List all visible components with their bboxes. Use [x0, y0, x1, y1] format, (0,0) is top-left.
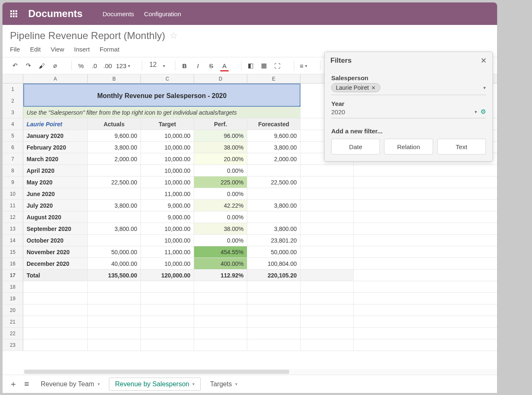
menu-file[interactable]: File [10, 46, 20, 53]
menu-edit[interactable]: Edit [30, 46, 41, 53]
row-header[interactable]: 21 [2, 316, 23, 327]
cell-F[interactable] [300, 246, 354, 258]
filter-year-input[interactable]: 2020 ▾ ⚙ [331, 107, 486, 118]
cell[interactable] [300, 281, 354, 292]
decrease-decimal[interactable]: .0 [89, 60, 99, 71]
font-size-input[interactable]: 12 [145, 61, 161, 71]
chevron-down-icon[interactable]: ▾ [98, 382, 100, 386]
row-header[interactable]: 14 [2, 235, 23, 246]
column-header-E[interactable]: E [247, 74, 300, 83]
row-header[interactable]: 3 [2, 107, 23, 118]
row-header[interactable]: 5 [2, 130, 23, 141]
actuals-cell[interactable] [88, 165, 141, 176]
row-header[interactable]: 7 [2, 153, 23, 164]
cell[interactable] [88, 339, 141, 351]
cell[interactable] [247, 281, 300, 292]
row-header[interactable]: 9 [2, 177, 23, 188]
perf-cell[interactable]: 0.00% [194, 211, 247, 223]
cell-F[interactable] [300, 258, 354, 269]
row-header[interactable]: 13 [2, 223, 23, 234]
year-dropdown-icon[interactable]: ▾ [475, 109, 477, 115]
actuals-cell[interactable]: 3,800.00 [88, 223, 141, 234]
header-perf[interactable]: Perf. [194, 118, 247, 130]
cell[interactable] [300, 293, 354, 304]
close-icon[interactable]: ✕ [480, 56, 487, 65]
perf-cell[interactable]: 42.22% [194, 200, 247, 211]
cell[interactable] [88, 304, 141, 316]
cell[interactable] [194, 293, 247, 304]
actuals-cell[interactable] [88, 188, 141, 199]
increase-decimal[interactable]: .00 [103, 60, 113, 71]
target-cell[interactable]: 10,000.00 [141, 130, 194, 141]
actuals-cell[interactable]: 40,000.00 [88, 258, 141, 269]
apps-icon[interactable] [8, 8, 19, 19]
perf-cell[interactable]: 400.00% [194, 258, 247, 269]
forecast-cell[interactable]: 22,500.00 [247, 177, 300, 188]
cell[interactable] [23, 316, 88, 327]
favorite-star-icon[interactable]: ☆ [170, 30, 178, 41]
cell[interactable] [141, 293, 194, 304]
cell[interactable] [88, 293, 141, 304]
all-sheets-icon[interactable]: ≡ [20, 378, 33, 391]
row-header[interactable]: 17 [2, 270, 23, 281]
paint-format-icon[interactable]: 🖌 [37, 60, 47, 71]
align-menu[interactable]: ≡▾ [298, 60, 308, 71]
menu-format[interactable]: Format [100, 46, 120, 53]
cell[interactable] [88, 316, 141, 327]
text-color-button[interactable]: A [219, 60, 229, 71]
forecast-cell[interactable]: 3,800.00 [247, 223, 300, 234]
perf-cell[interactable]: 0.00% [194, 165, 247, 176]
actuals-cell[interactable]: 2,000.00 [88, 153, 141, 164]
row-header[interactable]: 18 [2, 281, 23, 292]
perf-cell[interactable]: 38.00% [194, 223, 247, 234]
cell-F[interactable] [300, 235, 354, 246]
month-cell[interactable]: July 2020 [23, 200, 88, 211]
month-cell[interactable]: June 2020 [23, 188, 88, 199]
cell[interactable] [300, 304, 354, 316]
target-cell[interactable]: 9,000.00 [141, 200, 194, 211]
cell[interactable] [194, 281, 247, 292]
total-target[interactable]: 120,000.00 [141, 270, 194, 281]
sheet-tab[interactable]: Revenue by Salesperson▾ [109, 378, 201, 391]
row-header[interactable]: 20 [2, 304, 23, 316]
cell[interactable] [247, 339, 300, 351]
nav-configuration[interactable]: Configuration [144, 10, 181, 17]
total-actuals[interactable]: 135,500.00 [88, 270, 141, 281]
row-header[interactable]: 1 [2, 83, 23, 95]
cell[interactable] [247, 316, 300, 327]
month-cell[interactable]: May 2020 [23, 177, 88, 188]
cell[interactable] [141, 328, 194, 339]
header-salesperson[interactable]: Laurie Poiret [23, 118, 88, 130]
row-header[interactable]: 19 [2, 293, 23, 304]
column-header-D[interactable]: D [194, 74, 247, 83]
cell-F[interactable] [300, 200, 354, 211]
row-header[interactable]: 2 [2, 95, 23, 107]
row-header[interactable]: 12 [2, 211, 23, 223]
sheet-tab[interactable]: Revenue by Team▾ [35, 378, 106, 391]
forecast-cell[interactable]: 2,000.00 [247, 153, 300, 164]
cell[interactable] [23, 293, 88, 304]
forecast-cell[interactable]: 9,600.00 [247, 130, 300, 141]
actuals-cell[interactable]: 3,800.00 [88, 200, 141, 211]
chevron-down-icon[interactable]: ▾ [192, 382, 195, 386]
cell-F[interactable] [300, 270, 354, 281]
row-header[interactable]: 6 [2, 142, 23, 153]
cell[interactable] [23, 281, 88, 292]
actuals-cell[interactable]: 9,600.00 [88, 130, 141, 141]
perf-cell[interactable]: 0.00% [194, 235, 247, 246]
cell[interactable] [194, 304, 247, 316]
month-cell[interactable]: August 2020 [23, 211, 88, 223]
undo-icon[interactable]: ↶ [10, 60, 20, 71]
cell[interactable] [194, 328, 247, 339]
number-format-menu[interactable]: 123▾ [116, 60, 130, 71]
forecast-cell[interactable]: 23,801.20 [247, 235, 300, 246]
cell[interactable] [141, 316, 194, 327]
month-cell[interactable]: January 2020 [23, 130, 88, 141]
add-sheet-icon[interactable]: ＋ [7, 378, 20, 391]
chevron-down-icon[interactable]: ▾ [235, 382, 237, 386]
month-cell[interactable]: November 2020 [23, 246, 88, 258]
header-forecasted[interactable]: Forecasted [247, 118, 300, 130]
salesperson-dropdown-icon[interactable]: ▾ [483, 85, 486, 91]
header-target[interactable]: Target [141, 118, 194, 130]
cell[interactable] [88, 328, 141, 339]
